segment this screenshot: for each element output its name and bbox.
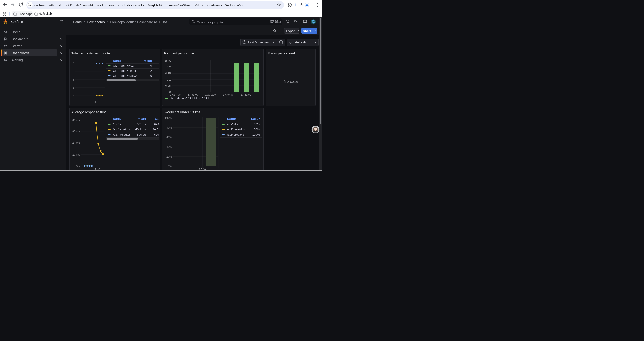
svg-text:2: 2 [72, 94, 74, 97]
svg-text:0.05: 0.05 [166, 84, 171, 87]
svg-text:20%: 20% [166, 155, 172, 158]
svg-text:17:40:00: 17:40:00 [223, 93, 234, 96]
svg-text:0.25: 0.25 [166, 60, 171, 63]
svg-text:60 ms: 60 ms [72, 130, 80, 133]
svg-text:40%: 40% [166, 146, 172, 149]
svg-text:17:38:00: 17:38:00 [188, 93, 198, 96]
svg-text:0.1: 0.1 [167, 78, 171, 81]
svg-text:0%: 0% [168, 165, 172, 168]
svg-text:60%: 60% [166, 136, 172, 139]
svg-text:17:40: 17:40 [90, 101, 97, 104]
svg-text:0.2: 0.2 [167, 66, 171, 69]
svg-text:3: 3 [72, 86, 74, 89]
svg-text:17:39:00: 17:39:00 [206, 93, 216, 96]
svg-text:0.15: 0.15 [166, 72, 171, 75]
svg-text:20 ms: 20 ms [72, 153, 80, 156]
svg-text:5: 5 [72, 70, 74, 73]
svg-text:17:40: 17:40 [93, 168, 100, 170]
svg-text:40 ms: 40 ms [72, 142, 80, 145]
svg-text:80%: 80% [166, 126, 172, 129]
svg-text:100%: 100% [165, 117, 172, 120]
svg-text:6: 6 [72, 62, 74, 65]
svg-text:0: 0 [169, 90, 171, 94]
svg-text:80 ms: 80 ms [72, 119, 80, 122]
svg-text:0 s: 0 s [76, 165, 80, 168]
svg-text:4: 4 [72, 78, 74, 81]
svg-text:17:37:00: 17:37:00 [170, 93, 180, 96]
svg-text:17:40: 17:40 [199, 168, 206, 170]
svg-text:17:41:00: 17:41:00 [241, 93, 252, 96]
